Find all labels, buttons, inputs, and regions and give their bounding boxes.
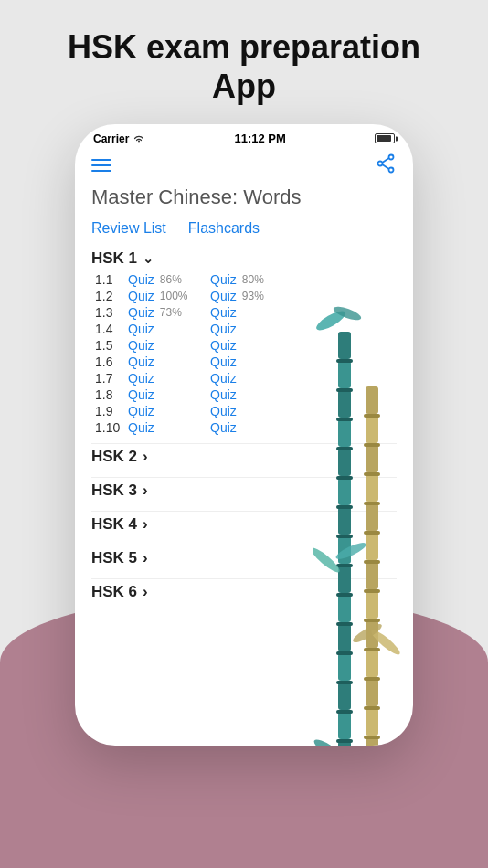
phone-mockup: Carrier 11:12 PM Master Chin bbox=[75, 124, 413, 746]
quiz1-score: 73% bbox=[160, 306, 182, 319]
svg-rect-44 bbox=[366, 620, 378, 648]
hsk2-chevron-right-icon: › bbox=[143, 448, 148, 466]
svg-point-69 bbox=[368, 628, 402, 658]
quiz1-link[interactable]: Quiz bbox=[128, 420, 154, 435]
quiz-row: 1.6 Quiz Quiz bbox=[95, 354, 397, 370]
quiz-col-1: Quiz 73% bbox=[128, 305, 210, 320]
quiz1-link[interactable]: Quiz bbox=[128, 404, 154, 418]
quiz-col-1: Quiz bbox=[128, 322, 210, 336]
quiz2-link[interactable]: Quiz bbox=[210, 272, 237, 287]
hsk5-header[interactable]: HSK 5 › bbox=[91, 545, 397, 571]
hsk3-label: HSK 3 bbox=[91, 482, 137, 500]
page-title-area: HSK exam preparation App bbox=[31, 0, 457, 124]
row-number: 1.3 bbox=[95, 305, 128, 320]
quiz-row: 1.10 Quiz Quiz bbox=[95, 419, 397, 436]
quiz-col-1: Quiz 86% bbox=[128, 272, 210, 287]
quiz1-score: 86% bbox=[160, 273, 182, 286]
quiz-col-1: Quiz 100% bbox=[128, 289, 210, 303]
row-number: 1.10 bbox=[95, 420, 128, 435]
svg-rect-34 bbox=[336, 739, 353, 743]
quiz-col-1: Quiz bbox=[128, 404, 210, 418]
quiz-col-1: Quiz bbox=[128, 355, 210, 369]
share-button[interactable] bbox=[375, 153, 397, 178]
quiz2-link[interactable]: Quiz bbox=[210, 371, 237, 386]
quiz-row: 1.7 Quiz Quiz bbox=[95, 370, 397, 386]
status-bar: Carrier 11:12 PM bbox=[75, 124, 413, 149]
share-icon bbox=[375, 153, 397, 175]
hsk5-chevron-right-icon: › bbox=[143, 549, 148, 567]
quiz1-link[interactable]: Quiz bbox=[128, 305, 154, 320]
quiz2-score: 80% bbox=[242, 273, 264, 286]
quiz-row: 1.3 Quiz 73% Quiz bbox=[95, 304, 397, 321]
svg-rect-47 bbox=[366, 708, 378, 736]
quiz2-link[interactable]: Quiz bbox=[210, 289, 237, 303]
svg-rect-57 bbox=[364, 619, 380, 622]
hsk1-chevron-down-icon: ⌄ bbox=[143, 251, 154, 266]
svg-rect-15 bbox=[338, 624, 351, 651]
svg-rect-48 bbox=[366, 737, 378, 746]
hsk3-header[interactable]: HSK 3 › bbox=[91, 477, 397, 503]
nav-bar bbox=[75, 149, 413, 185]
time-display: 11:12 PM bbox=[234, 132, 285, 145]
svg-point-1 bbox=[378, 162, 383, 166]
hsk6-header[interactable]: HSK 6 › bbox=[91, 578, 397, 605]
hsk4-label: HSK 4 bbox=[91, 515, 137, 534]
quiz1-link[interactable]: Quiz bbox=[128, 289, 154, 303]
quiz1-link[interactable]: Quiz bbox=[128, 272, 154, 287]
row-number: 1.9 bbox=[95, 404, 128, 418]
battery-icon bbox=[375, 133, 395, 143]
row-number: 1.1 bbox=[95, 272, 128, 287]
quiz2-link[interactable]: Quiz bbox=[210, 305, 237, 320]
hsk2-header[interactable]: HSK 2 › bbox=[91, 443, 397, 470]
quiz1-link[interactable]: Quiz bbox=[128, 338, 154, 353]
svg-point-70 bbox=[351, 621, 384, 646]
hsk5-label: HSK 5 bbox=[91, 549, 137, 567]
quiz1-link[interactable]: Quiz bbox=[128, 355, 154, 369]
quiz-col-1: Quiz bbox=[128, 387, 210, 402]
quiz2-link[interactable]: Quiz bbox=[210, 355, 237, 369]
row-number: 1.5 bbox=[95, 338, 128, 353]
quiz2-link[interactable]: Quiz bbox=[210, 387, 237, 402]
quiz-col-2: Quiz bbox=[210, 322, 237, 336]
quiz-col-2: Quiz bbox=[210, 338, 237, 353]
hamburger-menu-button[interactable] bbox=[91, 159, 111, 172]
quiz2-link[interactable]: Quiz bbox=[210, 420, 237, 435]
svg-rect-46 bbox=[366, 679, 378, 706]
quiz-col-2: Quiz bbox=[210, 355, 237, 369]
quiz-row: 1.5 Quiz Quiz bbox=[95, 337, 397, 354]
quiz2-link[interactable]: Quiz bbox=[210, 322, 237, 336]
tab-review-list[interactable]: Review List bbox=[91, 220, 166, 238]
quiz1-link[interactable]: Quiz bbox=[128, 322, 154, 336]
tabs: Review List Flashcards bbox=[75, 220, 413, 249]
row-number: 1.6 bbox=[95, 355, 128, 369]
quiz-col-1: Quiz bbox=[128, 371, 210, 386]
quiz-row: 1.4 Quiz Quiz bbox=[95, 321, 397, 337]
quiz1-score: 100% bbox=[160, 290, 188, 302]
quiz1-link[interactable]: Quiz bbox=[128, 371, 154, 386]
svg-rect-59 bbox=[364, 677, 380, 681]
quiz-col-2: Quiz bbox=[210, 305, 237, 320]
hsk6-label: HSK 6 bbox=[91, 583, 137, 601]
svg-rect-61 bbox=[364, 736, 380, 739]
quiz-col-1: Quiz bbox=[128, 338, 210, 353]
quiz-col-2: Quiz 80% bbox=[210, 272, 264, 287]
wifi-icon bbox=[133, 134, 145, 143]
hsk-collapsed-list: HSK 2 › HSK 3 › HSK 4 › HSK 5 › HSK 6 › bbox=[91, 443, 397, 605]
quiz2-score: 93% bbox=[242, 290, 264, 302]
quiz-col-1: Quiz bbox=[128, 420, 210, 435]
svg-line-4 bbox=[382, 164, 388, 169]
svg-rect-45 bbox=[366, 650, 378, 677]
tab-flashcards[interactable]: Flashcards bbox=[188, 220, 260, 238]
quiz-row: 1.9 Quiz Quiz bbox=[95, 403, 397, 419]
hsk6-chevron-right-icon: › bbox=[143, 583, 148, 601]
app-title: Master Chinese: Words bbox=[75, 185, 413, 220]
hsk1-header[interactable]: HSK 1 ⌄ bbox=[91, 249, 397, 268]
hsk4-header[interactable]: HSK 4 › bbox=[91, 511, 397, 537]
quiz1-link[interactable]: Quiz bbox=[128, 387, 154, 402]
svg-rect-32 bbox=[336, 681, 353, 684]
quiz2-link[interactable]: Quiz bbox=[210, 404, 237, 418]
quiz-row: 1.8 Quiz Quiz bbox=[95, 386, 397, 403]
hsk3-chevron-right-icon: › bbox=[143, 482, 148, 500]
hsk1-section: HSK 1 ⌄ 1.1 Quiz 86% Quiz 80% 1.2 Quiz 1… bbox=[91, 249, 397, 436]
quiz2-link[interactable]: Quiz bbox=[210, 338, 237, 353]
